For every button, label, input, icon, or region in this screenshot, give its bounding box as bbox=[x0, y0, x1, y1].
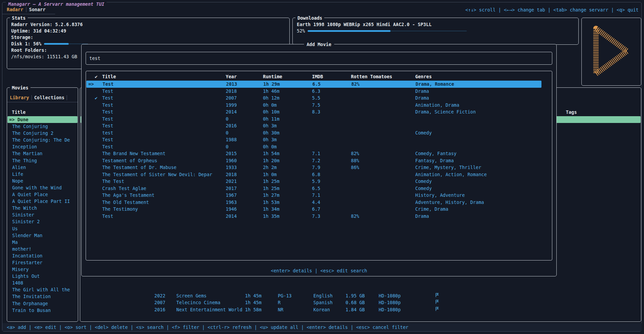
result-row[interactable]: Test20181h 46m6.3Drama bbox=[86, 88, 552, 95]
list-item[interactable]: Sinister 2 bbox=[7, 218, 77, 225]
list-item[interactable]: Gone with the Wind bbox=[7, 184, 77, 191]
cell-year: 1988 bbox=[226, 136, 237, 143]
list-item[interactable]: The Conjuring: The De bbox=[7, 137, 77, 143]
list-item[interactable]: Alien bbox=[7, 164, 77, 171]
result-row[interactable]: Test19880h 3m bbox=[86, 136, 552, 143]
add-movie-search-input[interactable] bbox=[86, 52, 552, 65]
tab-library[interactable]: Library bbox=[10, 95, 29, 100]
list-item[interactable]: The Witch bbox=[7, 205, 77, 211]
result-row[interactable]: Test19990h 0m7.5Animation, Drama bbox=[86, 102, 552, 109]
result-row[interactable]: The Testament of Dr. Mabuse19332h 2m7.98… bbox=[86, 164, 552, 171]
cell-rt: 86% bbox=[351, 164, 359, 171]
result-row[interactable]: Test20141h 35m7.382%Drama bbox=[86, 213, 552, 220]
list-item[interactable]: Sinister bbox=[7, 211, 77, 218]
result-row[interactable]: test00h 30mComedy bbox=[86, 129, 552, 137]
list-item[interactable]: mother! bbox=[7, 246, 77, 252]
list-item[interactable]: A Quiet Place Part II bbox=[7, 198, 77, 205]
cell-runtime: 1h 45m bbox=[245, 299, 262, 306]
result-row[interactable]: The Old Testament19631h 53m4.4Adventure,… bbox=[86, 199, 552, 206]
result-row[interactable]: The Test20211h 25m5.9Comedy bbox=[86, 178, 552, 185]
cell-language: English bbox=[313, 292, 333, 299]
cell-imdb: 6.5 bbox=[312, 81, 320, 88]
list-item[interactable]: 1408 bbox=[7, 279, 77, 286]
download-percent: 52% bbox=[297, 28, 305, 34]
list-item[interactable]: The Thing bbox=[7, 157, 77, 164]
cell-runtime: 0h 10m bbox=[263, 108, 280, 116]
list-item[interactable]: Incantation bbox=[7, 252, 77, 259]
cell-runtime: 1h 54m bbox=[263, 150, 280, 157]
cell-size: 1.84 GB bbox=[346, 306, 365, 313]
library-row[interactable]: 2007Telecinco Cinema1h 45mRSpanish0.68 G… bbox=[80, 299, 641, 306]
tab-radarr[interactable]: Radarr bbox=[7, 7, 23, 12]
list-item[interactable]: The Conjuring 2 bbox=[7, 130, 77, 137]
cell-genres: Drama bbox=[415, 88, 429, 95]
result-row[interactable]: =>Test20131h 29m6.582%Drama, Romance bbox=[86, 81, 541, 88]
download-item: Earth 1998 1080p WEBRip x265 Hindi AAC2.… bbox=[297, 21, 574, 28]
list-item[interactable]: Ma bbox=[7, 239, 77, 246]
list-item[interactable]: Inception bbox=[7, 143, 77, 150]
result-row[interactable]: The Aga's Testament19671h 27m7.1History,… bbox=[86, 192, 552, 199]
result-row[interactable]: ✔Test20070h 12m5.5Drama bbox=[86, 95, 552, 102]
add-movie-results-table: ✔ Title Year Runtime IMDB Rotten Tomatoe… bbox=[86, 71, 552, 260]
result-row[interactable]: Test20140h 10m8.3Drama, Science Fiction bbox=[86, 108, 552, 116]
list-item[interactable]: Us bbox=[7, 225, 77, 232]
cell-genres: Drama bbox=[415, 95, 429, 102]
cell-imdb: 5.5 bbox=[312, 95, 320, 102]
add-movie-keybind-hint: <enter> details | <esc> edit search bbox=[82, 268, 556, 273]
cell-genres: Animation, Drama bbox=[415, 102, 459, 109]
tab-divider bbox=[67, 95, 67, 100]
cell-year: 2007 bbox=[154, 299, 165, 306]
cell-runtime: 1h 58m bbox=[245, 306, 262, 313]
result-row[interactable]: The Brand New Testament20151h 54m7.182%C… bbox=[86, 150, 552, 157]
col-title: Title bbox=[102, 73, 116, 80]
list-item[interactable]: The Martian bbox=[7, 150, 77, 157]
result-row[interactable]: The Testimony19461h 34m6.7Crime, Drama bbox=[86, 206, 552, 213]
add-movie-modal: Add Movie ✔ Title Year Runtime IMDB Rott… bbox=[81, 44, 557, 276]
tab-sonarr[interactable]: Sonarr bbox=[29, 7, 46, 12]
result-row[interactable]: Testament of Orpheus19601h 20m7.288%Fant… bbox=[86, 157, 552, 164]
result-row[interactable]: The Testament of Sister New Devil: Depar… bbox=[86, 171, 552, 178]
library-row[interactable]: 2016Next Entertainment World1h 58mNRKore… bbox=[80, 306, 641, 313]
cell-rating: R bbox=[278, 299, 281, 306]
list-item[interactable]: Life bbox=[7, 171, 77, 178]
list-item[interactable]: Train to Busan bbox=[7, 307, 77, 314]
cell-runtime: 1h 25m bbox=[263, 185, 280, 192]
result-row[interactable]: Test00h 11m bbox=[86, 116, 552, 123]
list-item[interactable]: The Conjuring bbox=[7, 123, 77, 130]
cell-year: 0 bbox=[226, 129, 228, 137]
list-item[interactable]: Misery bbox=[7, 266, 77, 273]
list-item[interactable]: Lights Out bbox=[7, 273, 77, 279]
disk-label: Disk 1: 56% bbox=[11, 41, 41, 47]
cell-runtime: 0h 3m bbox=[263, 136, 277, 143]
cell-imdb: 6.3 bbox=[312, 88, 320, 95]
cell-year: 0 bbox=[226, 143, 228, 150]
cell-imdb: 7.9 bbox=[312, 164, 320, 171]
list-item[interactable]: Nope bbox=[7, 178, 77, 184]
list-item[interactable]: The Invitation bbox=[7, 293, 77, 300]
list-item[interactable]: The Orphanage bbox=[7, 300, 77, 307]
list-item[interactable]: Slender Man bbox=[7, 232, 77, 239]
tab-collections[interactable]: Collections bbox=[34, 95, 64, 100]
list-item[interactable]: The Girl with All the bbox=[7, 286, 77, 293]
cell-runtime: 1h 25m bbox=[263, 178, 280, 185]
library-row[interactable]: 2022Screen Gems1h 45mPG-13English1.95 GB… bbox=[80, 292, 641, 299]
cell-runtime: 1h 46m bbox=[263, 88, 280, 95]
cell-runtime: 1h 35m bbox=[263, 213, 280, 220]
result-row[interactable]: Test20160h 3m bbox=[86, 122, 552, 129]
cell-year: 1933 bbox=[226, 164, 237, 171]
list-item[interactable]: => Dune bbox=[7, 116, 77, 123]
cell-title: The Testament of Sister New Devil: Depar bbox=[102, 171, 212, 178]
download-progress-gauge bbox=[308, 28, 467, 34]
cell-title: Test bbox=[102, 102, 113, 109]
col-imdb: IMDB bbox=[312, 73, 323, 80]
list-item[interactable]: A Quiet Place bbox=[7, 191, 77, 198]
result-row[interactable]: Crash Test Aglae20171h 25m6.5Comedy bbox=[86, 185, 552, 192]
cell-title: Test bbox=[102, 213, 113, 220]
bottom-keybind-hints: <a> add | <e> edit | <o> sort | <del> de… bbox=[7, 325, 408, 330]
list-item[interactable]: Firestarter bbox=[7, 259, 77, 266]
cell-size: 1.95 GB bbox=[346, 292, 365, 299]
cell-rt: 82% bbox=[351, 150, 359, 157]
result-row[interactable]: Test00h 0m bbox=[86, 143, 552, 150]
cell-year: 2017 bbox=[226, 185, 237, 192]
cell-rt: 82% bbox=[351, 213, 359, 220]
